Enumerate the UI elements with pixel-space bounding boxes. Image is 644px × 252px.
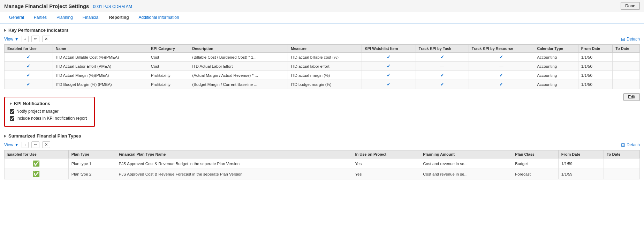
financial-plan-toolbar: View ▼ + ✏ ✕ ⊞ Detach [4,141,640,148]
kpi-section: Key Performance Indicators View ▼ + ✏ ✕ … [4,28,640,89]
check-icon: ✓ [26,54,30,60]
track-task-check-icon: ✓ [440,82,444,87]
kpi-view-label: View [4,37,13,42]
fp-col-to: To Date [604,150,639,158]
kpi-track-resource-cell: ✓ [469,71,534,80]
kpi-notifications-collapse-icon[interactable] [10,102,12,105]
kpi-calendar-cell: Accounting [534,71,578,80]
kpi-table-row: ✓ ITD Budget Margin (%) (PMEA) Profitabi… [5,80,640,89]
fp-col-from: From Date [558,150,604,158]
kpi-track-resource-cell: ✓ [469,53,534,62]
kpi-view-dropdown[interactable]: View ▼ [4,37,19,42]
fp-plan-class-cell: Forecast [512,169,558,179]
kpi-measure-cell: ITD budget margin (%) [288,80,362,89]
kpi-calendar-cell: Accounting [534,80,578,89]
fp-table-row: ✅ Plan type 2 PJS Approved Cost & Revenu… [5,169,640,179]
kpi-detach-area[interactable]: ⊞ Detach [621,36,640,42]
include-notes-checkbox[interactable] [10,116,14,121]
kpi-category-cell: Cost [148,62,189,71]
kpi-name-cell: ITD Actual Labor Effort (PMEA) [53,62,148,71]
kpi-detach-icon: ⊞ [621,36,625,42]
track-resource-check-icon: ✓ [499,54,503,60]
kpi-section-header: Key Performance Indicators [4,28,640,33]
green-check-icon: ✅ [33,161,40,166]
kpi-col-track-resource: Track KPI by Resource [469,45,534,53]
kpi-to-date-cell [613,53,640,62]
tab-planning[interactable]: Planning [52,12,78,23]
tab-parties[interactable]: Parties [29,12,52,23]
kpi-track-task-cell: — [416,62,469,71]
kpi-col-to: To Date [613,45,640,53]
kpi-notifications-box: KPI Notifications Notify project manager… [4,97,95,127]
financial-plan-view-dropdown[interactable]: View ▼ [4,142,19,147]
kpi-measure-cell: ITD actual margin (%) [288,71,362,80]
kpi-collapse-icon[interactable] [4,29,6,32]
notify-manager-row: Notify project manager [10,109,89,114]
kpi-table-row: ✓ ITD Actual Margin (%)(PMEA) Profitabil… [5,71,640,80]
kpi-add-button[interactable]: + [22,36,29,42]
financial-plan-edit-button[interactable]: ✏ [31,141,39,148]
kpi-col-description: Description [189,45,288,53]
kpi-to-date-cell [613,80,640,89]
tab-financial[interactable]: Financial [78,12,104,23]
kpi-calendar-cell: Accounting [534,53,578,62]
financial-plan-add-button[interactable]: + [22,142,29,148]
kpi-track-task-cell: ✓ [416,53,469,62]
kpi-edit-button[interactable]: ✏ [31,36,39,42]
financial-plan-detach-label: Detach [627,142,640,147]
fp-table-row: ✅ Plan type 1 PJS Approved Cost & Revenu… [5,158,640,169]
kpi-name-cell: ITD Actual Margin (%)(PMEA) [53,71,148,80]
kpi-enabled-cell: ✓ [5,71,53,80]
kpi-col-measure: Measure [288,45,362,53]
fp-to-date-cell [604,158,639,169]
kpi-delete-button[interactable]: ✕ [42,36,50,42]
financial-plan-collapse-icon[interactable] [4,135,6,138]
include-notes-row: Include notes in KPI notification report [10,116,89,121]
fp-planning-amount-cell: Cost and revenue in se... [420,158,512,169]
financial-plan-view-label: View [4,142,13,147]
fp-to-date-cell [604,169,639,179]
kpi-col-enabled: Enabled for Use [5,45,53,53]
kpi-track-task-cell: ✓ [416,80,469,89]
kpi-description-cell: (Budget Margin / Current Baseline ... [189,80,288,89]
fp-planning-amount-cell: Cost and revenue in se... [420,169,512,179]
notify-manager-label: Notify project manager [16,109,59,114]
track-task-check-icon: ✓ [440,73,444,78]
fp-col-in-use: In Use on Project [352,150,420,158]
check-icon: ✓ [26,73,30,78]
track-resource-check-icon: ✓ [499,82,503,87]
fp-enabled-cell: ✅ [5,169,69,179]
kpi-measure-cell: ITD actual billable cost (%) [288,53,362,62]
tab-additional-information[interactable]: Additional Information [134,12,184,23]
kpi-col-name: Name [53,45,148,53]
track-task-check-icon: ✓ [440,54,444,60]
financial-plan-delete-button[interactable]: ✕ [42,141,50,148]
kpi-track-resource-cell: ✓ [469,80,534,89]
kpi-col-track-task: Track KPI by Task [416,45,469,53]
kpi-notifications-edit-button[interactable]: Edit [623,93,640,101]
kpi-watchlist-cell: ✓ [362,80,416,89]
kpi-table-row: ✓ ITD Actual Labor Effort (PMEA) Cost IT… [5,62,640,71]
financial-plan-section: Summarized Financial Plan Types View ▼ +… [4,133,640,179]
check-icon: ✓ [26,82,30,87]
kpi-name-cell: ITD Budget Margin (%) (PMEA) [53,80,148,89]
financial-plan-detach-icon: ⊞ [621,142,625,148]
kpi-col-calendar: Calendar Type [534,45,578,53]
kpi-watchlist-cell: ✓ [362,71,416,80]
kpi-from-date-cell: 1/1/50 [578,71,612,80]
kpi-enabled-cell: ✓ [5,80,53,89]
notify-manager-checkbox[interactable] [10,109,14,114]
tab-reporting[interactable]: Reporting [104,12,134,23]
kpi-table: Enabled for Use Name KPI Category Descri… [4,44,640,89]
done-button[interactable]: Done [621,2,640,10]
project-id: 0001 PJS CDRM AM [93,4,132,9]
kpi-to-date-cell [613,62,640,71]
fp-from-date-cell: 1/1/59 [558,169,604,179]
fp-in-use-cell: Yes [352,158,420,169]
kpi-measure-cell: ITD actual labor effort [288,62,362,71]
tab-general[interactable]: General [4,12,29,23]
fp-col-enabled: Enabled for Use [5,150,69,158]
financial-plan-detach-area[interactable]: ⊞ Detach [621,142,640,148]
fp-col-name: Financial Plan Type Name [116,150,352,158]
kpi-notifications-title: KPI Notifications [14,101,50,106]
